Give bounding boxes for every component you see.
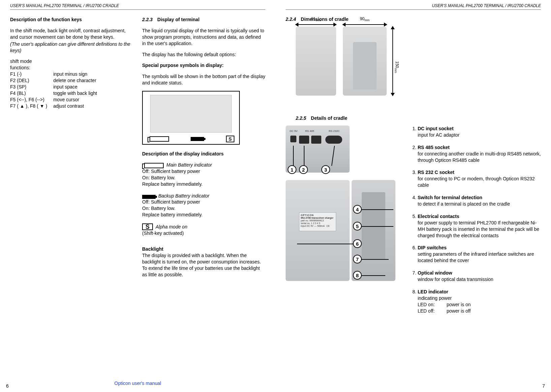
- display-status-row: S: [146, 135, 236, 143]
- leader-line: [304, 146, 304, 166]
- indicator-line: Off: Sufficient battery power: [142, 168, 265, 175]
- indicator-line: On: Battery low.: [142, 205, 265, 212]
- leader-line: [297, 244, 354, 244]
- page-number-left: 6: [6, 383, 9, 389]
- list-item: DIP switchessetting parameters of the in…: [418, 245, 541, 264]
- list-item-desc: indicating power: [418, 295, 452, 301]
- plate-serial-label: serial no.: [301, 222, 310, 224]
- battery-main-icon: [148, 136, 169, 142]
- section-num: 2.2.3: [142, 17, 153, 22]
- list-item: Optical windowwindow for optical data tr…: [418, 270, 541, 283]
- shift-mode-lead2: functions:: [10, 65, 133, 71]
- list-item: LED indicator indicating power LED on:po…: [418, 289, 541, 314]
- callout-circle: 8: [353, 271, 362, 280]
- fkey-key: F1 (-): [10, 71, 53, 77]
- led-meaning: power is off: [447, 308, 471, 314]
- led-state: LED on:: [418, 301, 439, 308]
- indicator-label: Main Battery indicator: [166, 162, 212, 168]
- s223-p2: The display has the following default op…: [142, 51, 265, 58]
- fkey-key: F5 (<--), F6 (-->): [10, 97, 53, 103]
- dim-unit: mm: [316, 19, 321, 22]
- product-label-plate: OPTICON IRU-2700 transceiver charger par…: [299, 212, 336, 231]
- indicator-line: Off: Sufficient battery power: [142, 199, 265, 205]
- sps-title: Special purpose symbols in display:: [142, 62, 265, 69]
- callout-circle: 3: [321, 165, 330, 174]
- fkeys-table: F1 (-)input minus sign F2 (DEL)delete on…: [10, 71, 103, 109]
- plate-model: IRU-2700 transceiver charger: [301, 217, 334, 219]
- indicator-main-battery: Main Battery indicator Off: Sufficient b…: [142, 162, 265, 187]
- rs485-socket-icon: [299, 136, 309, 144]
- fkey-key: F2 (DEL): [10, 77, 53, 84]
- shift-mode-lead1: shift mode: [10, 58, 133, 65]
- plate-part-label: part no.: [301, 219, 309, 222]
- list-item-title: Optical window: [418, 270, 541, 276]
- list-item-desc: setting parameters of the infrared inter…: [418, 251, 534, 263]
- details-list: DC input socketinput for AC adaptor RS 4…: [410, 126, 541, 320]
- list-item-desc: to detect if a terminal is placed on the…: [418, 201, 510, 207]
- dc-socket-icon: [290, 136, 296, 142]
- terminal-display-illustration: S: [142, 91, 240, 145]
- cradle-bottom-views: OPTICON IRU-2700 transceiver charger par…: [286, 180, 400, 281]
- callout-circle: 4: [353, 205, 362, 214]
- fkey-val: input minus sign: [53, 71, 103, 77]
- callout-circle: 5: [353, 222, 362, 230]
- section-num: 2.2.5: [296, 115, 306, 121]
- fkeys-note: (The user's application can give differe…: [10, 41, 133, 54]
- port-label-rs232: RS 232C: [329, 130, 339, 133]
- sps-p: The symbols will be shown in the bottom …: [142, 73, 265, 86]
- alpha-mode-icon: S: [226, 136, 234, 142]
- plate-brand: OPTICON: [301, 214, 334, 217]
- col-func-keys: Description of the function keys In the …: [10, 16, 133, 282]
- cradle-side-view: [296, 27, 336, 96]
- indicator-backup-battery: Backup Battery indicator Off: Sufficient…: [142, 193, 265, 218]
- list-item-desc: for connecting to PC or modem, through O…: [418, 176, 535, 188]
- details-figure-area: DC 9V RS 485 RS 232C 1 2 3: [286, 126, 541, 320]
- page-number-right: 7: [542, 383, 545, 389]
- rs232-socket-icon: [325, 136, 342, 144]
- page-left: USER'S MANUAL PHL2700 TERMINAL / IRU2700…: [0, 0, 276, 392]
- details-photos: DC 9V RS 485 RS 232C 1 2 3: [286, 126, 400, 320]
- indicator-alpha-mode: S Alpha mode on (Shift-key activated): [142, 223, 265, 237]
- led-state: LED off:: [418, 308, 439, 314]
- dim-unit: mm: [394, 68, 397, 73]
- leader-line: [362, 259, 389, 260]
- section-title: Details of cradle: [311, 115, 347, 121]
- dimension-arrow-height: 150mm: [390, 27, 395, 96]
- list-item-title: DIP switches: [418, 245, 541, 251]
- indicator-label: Alpha mode on: [156, 224, 187, 230]
- alpha-mode-icon: S: [142, 223, 153, 230]
- left-page-columns: Description of the function keys In the …: [10, 16, 265, 282]
- leader-line: [362, 275, 385, 276]
- backlight-title: Backlight: [142, 246, 265, 252]
- list-item: RS 232 C socketfor connecting to PC or m…: [418, 169, 541, 188]
- list-item-title: DC input socket: [418, 126, 541, 132]
- rs485-socket-icon: [311, 136, 321, 144]
- indicators-title: Description of the display indicators: [142, 151, 265, 157]
- indicator-line: Replace battery immediately.: [142, 212, 265, 218]
- plate-input-label: input: [301, 225, 306, 227]
- backlight-p: The display is provided with a backlight…: [142, 252, 265, 278]
- dim-value: 81: [311, 16, 316, 21]
- fkeys-title: Description of the function keys: [10, 16, 133, 23]
- list-item-title: RS 232 C socket: [418, 169, 541, 176]
- list-item-title: Switch for terminal detection: [418, 194, 541, 201]
- indicator-line: (Shift-key activated): [142, 230, 265, 237]
- led-meaning: power is on: [447, 301, 471, 308]
- list-item-desc: for connecting another cradle in multi-d…: [418, 151, 541, 163]
- running-header-left: USER'S MANUAL PHL2700 TERMINAL / IRU2700…: [10, 3, 265, 10]
- indicator-line: Replace battery immediately.: [142, 181, 265, 187]
- battery-main-icon: [142, 163, 164, 168]
- plate-part: 99999999413: [310, 219, 324, 222]
- fkey-val: move cursor: [53, 97, 103, 103]
- footer-center: Opticon user's manual: [0, 381, 276, 386]
- dimensions-figure: 81mm 90mm 150mm: [296, 27, 541, 107]
- fkey-val: toggle with back light: [53, 90, 103, 97]
- page-right: USER'S MANUAL PHL2700 TERMINAL / IRU2700…: [276, 0, 551, 392]
- battery-backup-icon: [142, 195, 156, 199]
- dim-value: 90: [360, 16, 364, 21]
- section-225-head: 2.2.5 Details of cradle: [296, 115, 541, 121]
- list-item: Switch for terminal detectionto detect i…: [418, 194, 541, 207]
- callout-circle: 6: [353, 239, 362, 248]
- callout-circle: 7: [353, 255, 362, 263]
- list-item: Electrical contactsfor power supply to t…: [418, 213, 541, 239]
